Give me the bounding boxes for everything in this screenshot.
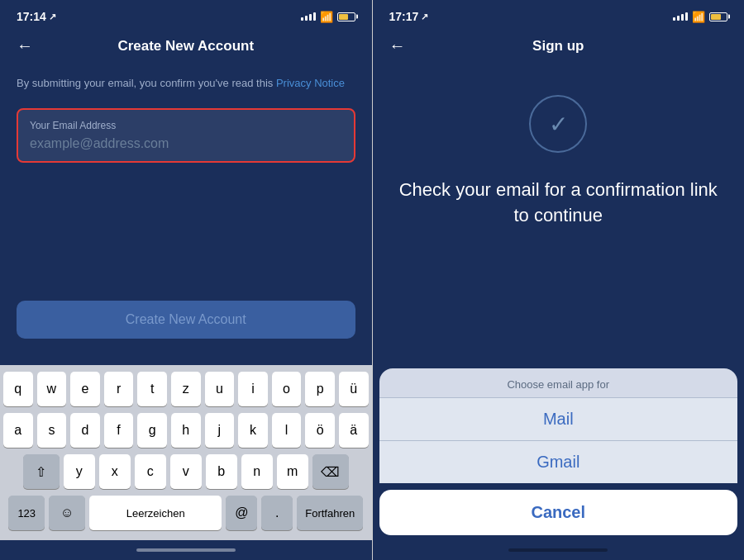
key-v[interactable]: v [170,454,202,489]
email-input-container[interactable]: Your Email Address example@address.com [17,108,355,163]
key-a[interactable]: a [3,413,33,448]
keyboard-row-3: ⇧ y x c v b n m ⌫ [3,454,369,489]
key-s[interactable]: s [37,413,67,448]
backspace-key[interactable]: ⌫ [312,454,349,489]
left-home-bar [136,548,236,552]
right-time: 17:17 ↗ [389,10,429,23]
go-key[interactable]: Fortfahren [297,496,363,530]
left-content: By submitting your email, you confirm yo… [0,62,372,365]
confirmation-message: Check your email for a confirmation link… [398,178,720,229]
key-f[interactable]: f [104,413,134,448]
key-g[interactable]: g [137,413,167,448]
key-o[interactable]: o [272,372,302,406]
location-icon: ↗ [49,12,56,22]
right-wifi-icon: 📶 [692,11,705,23]
keyboard-row-4: 123 ☺ Leerzeichen @ . Fortfahren [3,496,369,530]
right-status-icons: 📶 [673,11,727,23]
left-status-icons: 📶 [301,11,355,23]
email-app-sheet: Choose email app for Mail Gmail [379,368,738,483]
wifi-icon: 📶 [320,11,333,23]
left-nav-title: Create New Account [117,38,254,55]
key-123[interactable]: 123 [8,496,45,530]
right-back-button[interactable]: ← [389,36,406,55]
key-d[interactable]: d [70,413,100,448]
key-x[interactable]: x [99,454,131,489]
key-e[interactable]: e [70,372,100,406]
key-l[interactable]: l [272,413,302,448]
email-input-placeholder: example@address.com [30,136,342,151]
right-signal-icon [673,12,688,21]
key-r[interactable]: r [104,372,134,406]
key-p[interactable]: p [305,372,335,406]
key-c[interactable]: c [135,454,166,489]
left-time: 17:14 ↗ [17,10,56,23]
mail-button[interactable]: Mail [379,397,738,440]
left-nav-bar: ← Create New Account [0,30,372,62]
left-home-indicator [0,540,372,560]
key-w[interactable]: w [37,372,67,406]
shift-key[interactable]: ⇧ [23,454,60,489]
right-nav-title: Sign up [532,38,584,55]
sheet-label: Choose email app for [379,368,738,397]
right-battery-icon [709,12,727,21]
left-phone-screen: 17:14 ↗ 📶 ← Create New Account By submit… [0,0,372,560]
key-z[interactable]: z [171,372,201,406]
keyboard-row-1: q w e r t z u i o p ü [3,372,369,406]
right-location-icon: ↗ [421,12,428,22]
right-nav-bar: ← Sign up [373,30,745,62]
keyboard: q w e r t z u i o p ü a s d f g h j k l … [0,365,372,540]
check-circle: ✓ [529,95,587,153]
signal-icon [301,12,316,21]
cancel-button[interactable]: Cancel [379,490,738,535]
space-key[interactable]: Leerzeichen [89,496,222,530]
gmail-button[interactable]: Gmail [379,440,738,483]
key-b[interactable]: b [206,454,237,489]
key-ä[interactable]: ä [339,413,369,448]
key-ö[interactable]: ö [305,413,335,448]
battery-icon [337,12,355,21]
key-q[interactable]: q [3,372,33,406]
key-ü[interactable]: ü [339,372,369,406]
key-k[interactable]: k [238,413,268,448]
email-input-label: Your Email Address [30,120,342,131]
key-i[interactable]: i [238,372,268,406]
key-y[interactable]: y [64,454,95,489]
left-status-bar: 17:14 ↗ 📶 [0,0,372,30]
privacy-link[interactable]: Privacy Notice [276,77,345,89]
key-n[interactable]: n [241,454,273,489]
right-home-indicator [373,540,745,560]
right-status-bar: 17:17 ↗ 📶 [373,0,745,30]
subtitle-text: By submitting your email, you confirm yo… [17,75,355,92]
key-t[interactable]: t [137,372,167,406]
emoji-key[interactable]: ☺ [49,496,85,530]
right-phone-screen: 17:17 ↗ 📶 ← Sign up ✓ Check your email f… [373,0,745,560]
key-period[interactable]: . [261,496,293,530]
checkmark-icon: ✓ [549,111,568,138]
key-at[interactable]: @ [226,496,257,530]
key-u[interactable]: u [205,372,235,406]
right-home-bar [508,548,608,552]
key-h[interactable]: h [171,413,201,448]
keyboard-row-2: a s d f g h j k l ö ä [3,413,369,448]
left-back-button[interactable]: ← [17,36,33,55]
key-m[interactable]: m [277,454,308,489]
key-j[interactable]: j [205,413,235,448]
right-content: ✓ Check your email for a confirmation li… [373,62,745,368]
create-account-button[interactable]: Create New Account [17,301,355,339]
